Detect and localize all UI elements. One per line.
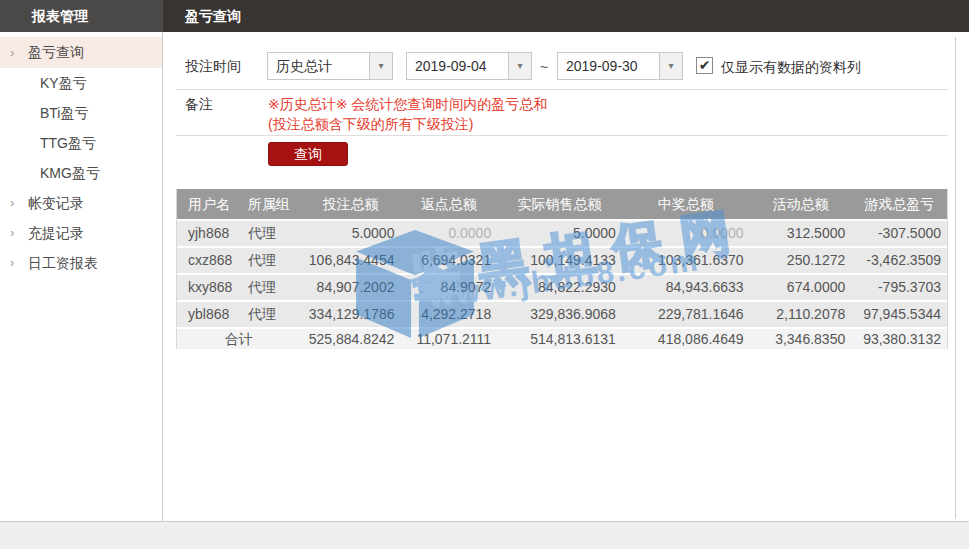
table-total-row: 合计525,884.824211,071.2111514,813.6131418… bbox=[177, 327, 947, 349]
divider bbox=[176, 89, 948, 90]
table-cell: 代理 bbox=[241, 248, 301, 273]
table-header-row: 用户名所属组投注总额返点总额实际销售总额中奖总额活动总额游戏总盈亏 bbox=[177, 189, 947, 219]
table-cell: 5.0000 bbox=[301, 221, 401, 246]
table-cell: 6,694.0321 bbox=[400, 248, 497, 273]
period-select[interactable]: 历史总计 ▾ bbox=[267, 52, 393, 80]
query-button[interactable]: 查询 bbox=[268, 142, 348, 166]
chevron-down-icon: ▾ bbox=[369, 53, 392, 79]
table-cell: 0.0000 bbox=[622, 221, 750, 246]
table-cell: 334,129.1786 bbox=[301, 302, 401, 327]
total-value-cell: 514,813.6131 bbox=[497, 329, 622, 349]
table-cell: 103,361.6370 bbox=[622, 248, 750, 273]
table-cell: 229,781.1646 bbox=[622, 302, 750, 327]
table-cell: 100,149.4133 bbox=[497, 248, 622, 273]
sidebar-item-5[interactable]: ›帐变记录 bbox=[0, 188, 162, 218]
table-header-cell: 用户名 bbox=[177, 189, 241, 219]
table-header-cell: 返点总额 bbox=[400, 189, 497, 219]
table-cell: 4,292.2718 bbox=[400, 302, 497, 327]
table-cell: 84.9072 bbox=[400, 275, 497, 300]
sidebar-item-label: TTG盈亏 bbox=[40, 135, 96, 151]
sidebar-item-label: KMG盈亏 bbox=[40, 165, 100, 181]
date-to-value: 2019-09-30 bbox=[558, 53, 659, 79]
total-value-cell: 11,071.2111 bbox=[400, 329, 497, 349]
period-select-value: 历史总计 bbox=[268, 53, 369, 79]
total-value-cell: 525,884.8242 bbox=[301, 329, 401, 349]
footer-strip bbox=[0, 521, 969, 549]
table-cell: 106,843.4454 bbox=[301, 248, 401, 273]
date-from-select[interactable]: 2019-09-04 ▾ bbox=[406, 52, 532, 80]
total-value-cell: 3,346.8350 bbox=[750, 329, 852, 349]
table-cell: 代理 bbox=[241, 275, 301, 300]
table-header-cell: 中奖总额 bbox=[622, 189, 750, 219]
total-value-cell: 93,380.3132 bbox=[851, 329, 947, 349]
date-from-value: 2019-09-04 bbox=[407, 53, 508, 79]
table-cell: 312.5000 bbox=[750, 221, 852, 246]
table-row: ybl868代理334,129.17864,292.2718329,836.90… bbox=[177, 300, 947, 327]
table-body: yjh868代理5.00000.00005.00000.0000312.5000… bbox=[177, 219, 947, 327]
table-header-cell: 实际销售总额 bbox=[497, 189, 622, 219]
table-cell: 代理 bbox=[241, 221, 301, 246]
table-cell: 674.0000 bbox=[750, 275, 852, 300]
bet-time-label: 投注时间 bbox=[185, 58, 241, 76]
divider bbox=[176, 135, 948, 136]
show-only-data-checkbox[interactable]: ✔ bbox=[696, 57, 713, 74]
sidebar-item-1[interactable]: KY盈亏 bbox=[0, 68, 162, 98]
total-value-cell: 418,086.4649 bbox=[622, 329, 750, 349]
table-cell: cxz868 bbox=[177, 248, 241, 273]
table-cell: 2,110.2078 bbox=[750, 302, 852, 327]
sidebar-item-label: BTi盈亏 bbox=[40, 105, 88, 121]
table-header-cell: 投注总额 bbox=[301, 189, 401, 219]
chevron-down-icon: ▾ bbox=[508, 53, 531, 79]
table-header-cell: 游戏总盈亏 bbox=[851, 189, 947, 219]
sidebar-item-6[interactable]: ›充提记录 bbox=[0, 218, 162, 248]
table-cell: 84,943.6633 bbox=[622, 275, 750, 300]
table-cell: -307.5000 bbox=[851, 221, 947, 246]
remark-line-2: (投注总额含下级的所有下级投注) bbox=[268, 114, 547, 134]
page-title: 盈亏查询 bbox=[185, 8, 241, 24]
table-header-cell: 所属组 bbox=[241, 189, 301, 219]
profit-loss-table: 用户名所属组投注总额返点总额实际销售总额中奖总额活动总额游戏总盈亏 yjh868… bbox=[176, 189, 948, 349]
sidebar-item-label: 盈亏查询 bbox=[28, 44, 84, 60]
chevron-right-icon: › bbox=[10, 37, 14, 68]
table-cell: -795.3703 bbox=[851, 275, 947, 300]
chevron-down-icon: ▾ bbox=[659, 53, 682, 79]
show-only-data-label: 仅显示有数据的资料列 bbox=[721, 59, 861, 77]
sidebar-item-label: 充提记录 bbox=[28, 225, 84, 241]
sidebar-item-7[interactable]: ›日工资报表 bbox=[0, 248, 162, 278]
app-window: 报表管理 盈亏查询 ›盈亏查询KY盈亏BTi盈亏TTG盈亏KMG盈亏›帐变记录›… bbox=[0, 0, 969, 549]
remark-text: ※历史总计※ 会统计您查询时间内的盈亏总和 (投注总额含下级的所有下级投注) bbox=[268, 94, 547, 134]
table-header-cell: 活动总额 bbox=[750, 189, 852, 219]
date-range-separator: ~ bbox=[540, 59, 548, 75]
table-row: yjh868代理5.00000.00005.00000.0000312.5000… bbox=[177, 219, 947, 246]
table-cell: 代理 bbox=[241, 302, 301, 327]
chevron-right-icon: › bbox=[10, 188, 14, 218]
table-cell: yjh868 bbox=[177, 221, 241, 246]
main-content: 投注时间 历史总计 ▾ 2019-09-04 ▾ ~ 2019-09-30 ▾ … bbox=[163, 32, 969, 521]
page-title-bar: 盈亏查询 bbox=[163, 0, 969, 32]
sidebar-item-4[interactable]: KMG盈亏 bbox=[0, 158, 162, 188]
table-cell: 84,822.2930 bbox=[497, 275, 622, 300]
table-cell: ybl868 bbox=[177, 302, 241, 327]
table-cell: kxy868 bbox=[177, 275, 241, 300]
sidebar-item-3[interactable]: TTG盈亏 bbox=[0, 128, 162, 158]
table-cell: 250.1272 bbox=[750, 248, 852, 273]
sidebar-item-label: KY盈亏 bbox=[40, 75, 87, 91]
sidebar-item-2[interactable]: BTi盈亏 bbox=[0, 98, 162, 128]
sidebar-header-label: 报表管理 bbox=[32, 8, 88, 24]
chevron-right-icon: › bbox=[10, 248, 14, 278]
table-cell: 329,836.9068 bbox=[497, 302, 622, 327]
table-row: cxz868代理106,843.44546,694.0321100,149.41… bbox=[177, 246, 947, 273]
sidebar-menu: ›盈亏查询KY盈亏BTi盈亏TTG盈亏KMG盈亏›帐变记录›充提记录›日工资报表 bbox=[0, 32, 163, 521]
table-cell: -3,462.3509 bbox=[851, 248, 947, 273]
sidebar-item-label: 日工资报表 bbox=[28, 255, 98, 271]
total-label-cell: 合计 bbox=[177, 329, 301, 349]
sidebar-item-0[interactable]: ›盈亏查询 bbox=[0, 37, 162, 68]
remark-label: 备注 bbox=[185, 96, 213, 114]
date-to-select[interactable]: 2019-09-30 ▾ bbox=[557, 52, 683, 80]
sidebar-item-label: 帐变记录 bbox=[28, 195, 84, 211]
table-cell: 84,907.2002 bbox=[301, 275, 401, 300]
table-row: kxy868代理84,907.200284.907284,822.293084,… bbox=[177, 273, 947, 300]
top-bar: 报表管理 盈亏查询 bbox=[0, 0, 969, 32]
remark-line-1: ※历史总计※ 会统计您查询时间内的盈亏总和 bbox=[268, 94, 547, 114]
panel-right-border bbox=[955, 37, 956, 519]
